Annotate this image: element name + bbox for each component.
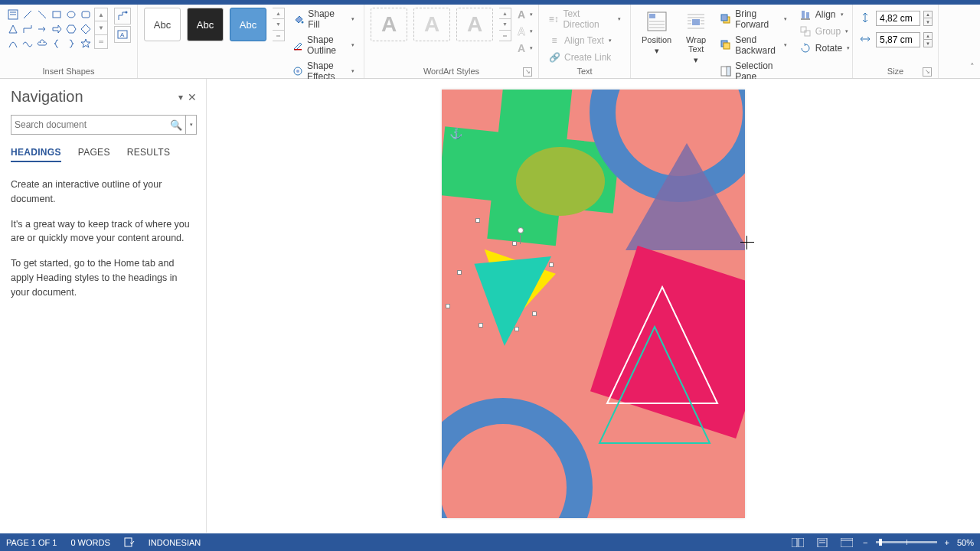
shape-lbrace-icon[interactable] [50,37,64,51]
shape-rect-icon[interactable] [50,8,64,21]
shapes-gallery[interactable] [6,8,93,51]
gallery-more-icon[interactable]: ═ [94,35,108,49]
resize-handle[interactable] [549,262,554,267]
resize-handle[interactable] [514,327,519,331]
shape-style-preset-1[interactable]: Abc [144,8,181,41]
wordart-dialog-icon[interactable]: ↘ [523,67,532,77]
wordart-preset-3[interactable]: A [456,8,493,41]
navigation-pane: Navigation ▾ ✕ 🔍 ▾ HEADINGS PAGES RESULT… [0,79,207,533]
wrap-text-button[interactable]: Wrap Text▾ [679,8,713,65]
wordart-gallery-more-icon[interactable]: ═ [499,30,511,41]
nav-search[interactable]: 🔍 ▾ [11,115,197,135]
shape-arrow2-icon[interactable] [50,22,64,36]
wordart-gallery-up-icon[interactable]: ▲ [499,8,511,18]
group-label-insert-shapes: Insert Shapes [6,65,131,78]
shape-fill-button[interactable]: Shape Fill▾ [289,8,358,31]
svg-line-4 [38,11,46,18]
zoom-out-icon[interactable]: − [863,538,867,547]
status-proofing-icon[interactable] [124,536,135,549]
nav-options-icon[interactable]: ▾ [178,92,183,103]
svg-text:A: A [120,31,125,38]
wordart-gallery-down-icon[interactable]: ▼ [499,18,511,29]
style-gallery-down-icon[interactable]: ▼ [273,18,284,29]
shape-arrow-icon[interactable] [35,22,49,36]
resize-handle[interactable] [475,218,480,223]
wordart-preset-2[interactable]: A [413,8,450,41]
nav-search-input[interactable] [15,119,170,130]
shape-oval-icon[interactable] [64,8,78,21]
height-up-icon[interactable]: ▲ [923,11,933,18]
read-mode-icon[interactable] [789,536,806,549]
print-layout-icon[interactable] [814,536,831,549]
style-gallery-up-icon[interactable]: ▲ [273,8,284,18]
svg-rect-18 [294,49,302,51]
document-canvas[interactable]: ⚓ [207,79,980,533]
tab-pages[interactable]: PAGES [78,147,110,162]
svg-rect-22 [649,14,655,18]
shape-style-preset-3[interactable]: Abc [230,8,266,41]
shape-width-input[interactable] [876,32,920,47]
shape-line-icon[interactable] [21,8,34,21]
send-backward-icon [720,39,731,51]
shape-line2-icon[interactable] [35,8,49,21]
bring-forward-icon [720,13,731,25]
shape-outline-button[interactable]: Shape Outline▾ [289,34,358,57]
zoom-slider[interactable] [876,541,937,543]
width-down-icon[interactable]: ▼ [923,40,933,47]
edit-shape-button[interactable] [114,8,131,24]
page[interactable]: ⚓ [442,90,745,518]
gallery-down-icon[interactable]: ▼ [94,21,108,35]
rotate-handle[interactable] [518,227,524,233]
web-layout-icon[interactable] [838,536,855,549]
style-gallery-more-icon[interactable]: ═ [273,30,284,41]
search-icon[interactable]: 🔍 [170,119,182,131]
resize-handle[interactable] [512,241,517,246]
shape-cloud-icon[interactable] [35,37,49,51]
align-button[interactable]: Align▾ [796,8,853,21]
bring-forward-button[interactable]: Bring Forward▾ [717,8,790,31]
shape-style-preset-2[interactable]: Abc [187,8,224,41]
shape-textbox-icon[interactable] [6,8,20,21]
create-link-button: 🔗 Create Link [545,51,624,64]
size-dialog-icon[interactable]: ↘ [923,67,932,77]
resize-handle[interactable] [479,323,483,328]
search-options-icon[interactable]: ▾ [185,116,193,134]
resize-handle[interactable] [532,311,537,316]
tab-headings[interactable]: HEADINGS [11,147,61,162]
shape-wave-icon[interactable] [21,37,34,51]
shape-curve-icon[interactable] [6,37,20,51]
shape-triangle-icon[interactable] [6,22,20,36]
zoom-level[interactable]: 50% [957,538,974,547]
group-icon [799,25,812,37]
rotate-icon [799,42,812,54]
rotate-button[interactable]: Rotate▾ [796,41,853,55]
collapse-ribbon-icon[interactable]: ˄ [970,62,975,72]
width-up-icon[interactable]: ▲ [923,32,933,40]
svg-point-52 [442,411,580,518]
status-page[interactable]: PAGE 1 OF 1 [6,538,57,547]
text-direction-button: ≡↕ Text Direction▾ [545,8,624,31]
nav-close-icon[interactable]: ✕ [188,91,197,103]
zoom-in-icon[interactable]: + [945,538,949,547]
wordart-preset-1[interactable]: A [371,8,407,41]
position-button[interactable]: Position▾ [637,8,676,56]
shape-elbow-icon[interactable] [21,22,34,36]
send-backward-button[interactable]: Send Backward▾ [717,34,790,57]
align-text-icon: ≡ [548,34,560,47]
shape-diamond-icon[interactable] [79,22,93,36]
shape-hex-icon[interactable] [64,22,78,36]
svg-marker-12 [81,24,90,34]
shape-height-input[interactable] [876,11,920,26]
draw-textbox-button[interactable]: A [114,26,131,43]
shape-rbrace-icon[interactable] [64,37,78,51]
status-words[interactable]: 0 WORDS [70,538,109,547]
svg-text:⚓: ⚓ [449,127,463,140]
resize-handle[interactable] [446,304,450,308]
tab-results[interactable]: RESULTS [127,147,171,162]
status-language[interactable]: INDONESIAN [149,538,201,547]
shape-rrect-icon[interactable] [79,8,93,21]
resize-handle[interactable] [457,270,462,275]
height-down-icon[interactable]: ▼ [923,18,933,26]
gallery-up-icon[interactable]: ▲ [94,8,108,21]
shape-star-icon[interactable] [79,37,93,51]
